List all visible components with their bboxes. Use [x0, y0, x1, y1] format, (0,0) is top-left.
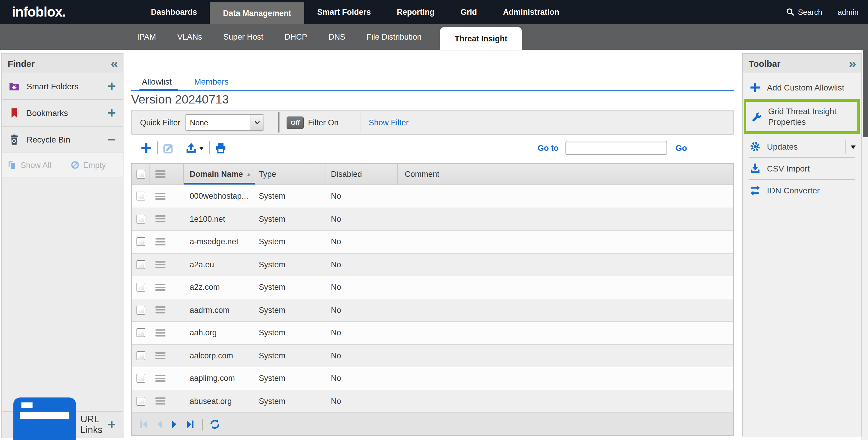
row-drag-handle-icon[interactable]	[155, 375, 165, 382]
toolbar-item-updates[interactable]: Updates	[743, 136, 861, 157]
row-checkbox[interactable]	[136, 283, 145, 292]
collapse-finder-icon[interactable]: «	[111, 57, 117, 69]
toolbar-item-grid-threat-insight-properties-highlighted[interactable]: Grid Threat Insight Properties	[744, 99, 860, 134]
row-drag-handle-icon[interactable]	[155, 238, 165, 245]
row-drag-handle-icon[interactable]	[155, 329, 165, 336]
subnav-threat-insight-active-tab[interactable]: Threat Insight	[440, 27, 522, 50]
select-caret-icon[interactable]	[251, 115, 264, 130]
global-search[interactable]: Search	[786, 7, 822, 16]
add-row-icon[interactable]	[141, 142, 152, 153]
divider	[279, 112, 280, 133]
nav-administration[interactable]: Administration	[490, 0, 572, 24]
finder-item-recycle-bin[interactable]: Recycle Bin −	[2, 126, 123, 153]
go-button[interactable]: Go	[676, 143, 687, 153]
cell-disabled: No	[326, 345, 398, 367]
edit-row-icon-disabled[interactable]	[163, 142, 174, 153]
select-all-checkbox[interactable]	[136, 170, 145, 179]
next-page-icon[interactable]	[169, 419, 180, 429]
row-checkbox[interactable]	[136, 192, 145, 201]
row-drag-handle-icon[interactable]	[155, 398, 165, 405]
subnav-super-host[interactable]: Super Host	[213, 24, 274, 50]
export-import-menu[interactable]	[186, 142, 204, 153]
show-all-label[interactable]: Show All	[21, 160, 52, 170]
nav-smart-folders[interactable]: Smart Folders	[304, 0, 384, 24]
divider	[360, 112, 361, 133]
row-checkbox[interactable]	[136, 237, 145, 246]
row-checkbox[interactable]	[136, 328, 145, 338]
finder-item-smart-folders[interactable]: Smart Folders +	[2, 74, 123, 100]
row-drag-handle-icon[interactable]	[155, 261, 165, 268]
table-row[interactable]: a2a.euSystemNo	[132, 254, 733, 276]
previous-page-icon[interactable]	[154, 419, 164, 429]
subnav-vlans[interactable]: VLANs	[167, 24, 213, 50]
refresh-icon[interactable]	[210, 419, 220, 429]
column-header-comment[interactable]: Comment	[398, 164, 733, 184]
content-tabs: Allowlist Members	[131, 74, 734, 91]
column-header-disabled[interactable]: Disabled	[326, 164, 398, 184]
updates-dropdown-caret-icon[interactable]	[851, 145, 856, 151]
table-row[interactable]: a2z.comSystemNo	[132, 276, 733, 299]
vertical-scrollbar[interactable]	[862, 50, 868, 440]
filter-on-toggle[interactable]: Off	[287, 116, 304, 129]
column-header-domain-name[interactable]: Domain Name ▲	[184, 164, 255, 184]
add-smart-folder-icon[interactable]: +	[107, 81, 116, 92]
row-drag-handle-icon[interactable]	[155, 193, 165, 200]
first-page-icon[interactable]	[139, 419, 149, 429]
goto-input[interactable]	[566, 141, 668, 155]
nav-reporting[interactable]: Reporting	[384, 0, 447, 24]
finder-item-bookmarks[interactable]: Bookmarks +	[2, 100, 123, 126]
toolbar-item-add-custom-allowlist[interactable]: Add Custom Allowlist	[743, 76, 861, 99]
show-filter-link[interactable]: Show Filter	[369, 118, 409, 127]
user-menu[interactable]: admin	[838, 7, 859, 16]
table-row[interactable]: aah.orgSystemNo	[132, 322, 733, 345]
last-page-icon[interactable]	[185, 419, 195, 429]
toolbar-item-idn-converter[interactable]: IDN Converter	[743, 180, 861, 201]
nav-data-management[interactable]: Data Management	[210, 2, 304, 24]
row-checkbox[interactable]	[136, 374, 145, 383]
table-row[interactable]: aaplimg.comSystemNo	[132, 367, 733, 390]
table-row[interactable]: 000webhostap...SystemNo	[132, 185, 733, 208]
cell-type: System	[255, 322, 326, 344]
add-url-link-icon[interactable]: +	[107, 419, 116, 430]
row-checkbox[interactable]	[136, 260, 145, 269]
tab-members[interactable]: Members	[194, 74, 229, 90]
nav-grid[interactable]: Grid	[447, 0, 490, 24]
row-drag-handle-icon[interactable]	[155, 352, 165, 359]
subnav-ipam[interactable]: IPAM	[126, 24, 167, 50]
tab-allowlist[interactable]: Allowlist	[142, 74, 172, 90]
subnav-file-distribution[interactable]: File Distribution	[356, 24, 432, 50]
subnav-dhcp[interactable]: DHCP	[274, 24, 318, 50]
column-menu-icon[interactable]	[155, 171, 165, 178]
scrollbar-thumb[interactable]	[863, 50, 868, 137]
cell-disabled: No	[326, 185, 398, 207]
table-row[interactable]: aadrm.comSystemNo	[132, 299, 733, 322]
filter-on-label: Filter On	[308, 118, 339, 127]
row-drag-handle-icon[interactable]	[155, 284, 165, 291]
subnav-dns[interactable]: DNS	[318, 24, 356, 50]
finder-item-label: Smart Folders	[27, 82, 79, 91]
empty-label[interactable]: Empty	[83, 160, 106, 170]
row-drag-handle-icon[interactable]	[155, 306, 165, 314]
row-checkbox[interactable]	[136, 215, 145, 224]
table-row[interactable]: abuseat.orgSystemNo	[132, 390, 733, 413]
upload-menu-caret-icon[interactable]	[199, 146, 204, 152]
table-body: 000webhostap...SystemNo1e100.netSystemNo…	[132, 185, 733, 413]
finder-item-url-links[interactable]: URL Links +	[2, 411, 123, 438]
column-header-type[interactable]: Type	[255, 164, 326, 184]
divider	[209, 141, 210, 154]
row-checkbox[interactable]	[136, 397, 145, 406]
row-checkbox[interactable]	[136, 351, 145, 360]
nav-dashboards[interactable]: Dashboards	[138, 0, 210, 24]
toolbar-item-csv-import[interactable]: CSV Import	[743, 158, 861, 179]
collapse-recycle-bin-icon[interactable]: −	[107, 134, 116, 145]
table-row[interactable]: aalcorp.comSystemNo	[132, 345, 733, 367]
add-bookmark-icon[interactable]: +	[107, 108, 116, 118]
toolbar-item-label: Updates	[767, 141, 798, 152]
row-checkbox[interactable]	[136, 306, 145, 315]
table-row[interactable]: a-msedge.netSystemNo	[132, 231, 733, 254]
row-drag-handle-icon[interactable]	[155, 215, 165, 223]
quick-filter-select[interactable]: None	[185, 114, 265, 131]
table-row[interactable]: 1e100.netSystemNo	[132, 208, 733, 231]
expand-toolbar-icon[interactable]: »	[848, 57, 855, 69]
print-icon[interactable]	[215, 142, 226, 153]
